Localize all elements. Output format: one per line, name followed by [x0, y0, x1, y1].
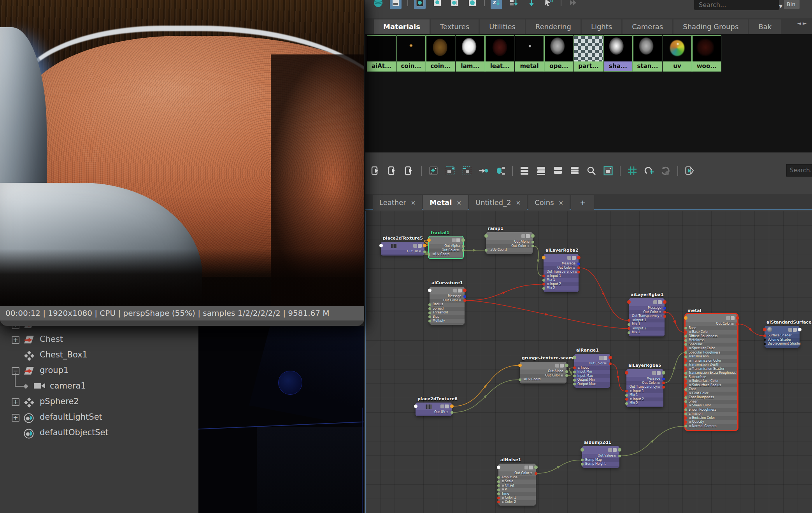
display-medium-icon[interactable] — [431, 0, 443, 9]
node-port-base[interactable]: Base — [686, 326, 737, 331]
grid-icon[interactable] — [626, 165, 638, 177]
node-port-transmission-color[interactable]: ⊞Transmission Color — [686, 359, 737, 363]
io-right-icon[interactable] — [403, 165, 415, 177]
node-port-message[interactable]: Message — [626, 377, 663, 381]
node-port-mix-2[interactable]: Mix 2 — [544, 286, 579, 291]
node-port-input[interactable]: ⊞Input — [574, 366, 610, 370]
arrow-dot-icon[interactable] — [478, 165, 489, 177]
material-orb-icon[interactable] — [372, 0, 384, 9]
node-port-specular-color[interactable]: ⊞Specular Color — [686, 347, 737, 351]
node-port-out-transparency[interactable]: Out Transparency⊞ — [626, 385, 663, 389]
node-port-specular-roughness[interactable]: Specular Roughness — [686, 351, 737, 355]
scroll-left-icon[interactable]: ◄ — [797, 20, 801, 26]
expand-icon[interactable]: + — [12, 414, 19, 422]
add-graph-tab-button[interactable]: + — [571, 195, 594, 210]
material-swatch[interactable]: coin... — [396, 35, 426, 72]
outliner-item-defaultobjectset[interactable]: defaultObjectSet — [0, 425, 198, 441]
material-swatch[interactable]: aiAt... — [367, 35, 396, 72]
node-port-input-min[interactable]: Input Min — [574, 370, 610, 374]
node-port-out-color[interactable]: Out Color⊞ — [574, 362, 610, 366]
node-port-uv-coord[interactable]: ⊞Uv Coord — [520, 378, 566, 382]
graph-tab-coins[interactable]: Coins✕ — [528, 195, 570, 210]
node-port-bias[interactable]: Bias — [430, 315, 465, 319]
node-port-out-alpha[interactable]: Out Alpha — [520, 369, 566, 374]
material-swatch[interactable]: lam... — [456, 35, 485, 72]
material-swatch[interactable]: sha... — [603, 35, 633, 72]
node-port-base-color[interactable]: ⊞Base Color — [686, 330, 737, 334]
frame-icon[interactable] — [602, 165, 614, 177]
node-port-input-2[interactable]: ⊞Input 2 — [629, 327, 665, 331]
material-swatch[interactable]: coin... — [426, 35, 455, 72]
node-port-message[interactable]: Message — [629, 306, 665, 310]
node-port-offset[interactable]: ⊞Offset — [498, 484, 536, 488]
node-port-out-color[interactable]: Out Color⊞ — [629, 310, 665, 315]
close-tab-icon[interactable]: ✕ — [516, 200, 521, 207]
browser-tab-shading-groups[interactable]: Shading Groups — [673, 19, 748, 34]
outliner-item-chest[interactable]: +Chest — [0, 332, 198, 348]
editor-search-input[interactable] — [789, 166, 812, 174]
browser-tab-cameras[interactable]: Cameras — [623, 19, 672, 34]
node-port-normal-camera[interactable]: ⊞Normal Camera — [686, 424, 737, 429]
graph-node-fractal1[interactable]: fractal1Out AlphaOut Color⊞⊞Uv Coord — [429, 236, 463, 258]
node-port-spread[interactable]: Spread — [430, 307, 465, 311]
node-port-transmission-depth[interactable]: Transmission Depth — [686, 363, 737, 367]
node-port-p[interactable]: ⊞P — [498, 488, 536, 492]
node-port-emission-color[interactable]: ⊞Emission Color — [686, 416, 737, 420]
node-port-bump-map[interactable]: Bump Map — [582, 458, 619, 462]
layout-a-icon[interactable] — [519, 165, 530, 177]
graph-node-ramp1[interactable]: ramp1Out AlphaOut Color⊞⊞Uv Coord — [486, 232, 533, 254]
add-sparkle-icon[interactable] — [428, 165, 439, 177]
node-port-transmission-extra-roughness[interactable]: Transmission Extra Roughness — [686, 371, 737, 375]
node-port-mix-2[interactable]: Mix 2 — [629, 331, 665, 335]
zoom-icon[interactable] — [586, 165, 597, 177]
node-port-sheen-roughness[interactable]: Sheen Roughness — [686, 408, 737, 412]
node-port-bump-height[interactable]: Bump Height — [582, 462, 619, 466]
node-port-mix-1[interactable]: Mix 1 — [629, 322, 665, 327]
material-swatch[interactable]: uv — [663, 35, 692, 72]
node-port-color-1[interactable]: ⊞Color 1 — [498, 496, 536, 500]
pick-filter-icon[interactable]: R — [543, 0, 555, 9]
node-port-coat-roughness[interactable]: Coat Roughness — [686, 396, 737, 400]
lasso-add-icon[interactable] — [643, 165, 655, 177]
node-port-out-color[interactable]: Out Color⊞ — [486, 244, 533, 249]
node-port-sheen[interactable]: Sheen — [686, 400, 737, 404]
graph-node-aiBump2d1[interactable]: aiBump2d1Out Value⊞Bump MapBump Height — [582, 446, 619, 468]
node-port-message[interactable]: Message — [544, 262, 579, 266]
add-downstream-icon[interactable] — [461, 165, 473, 177]
node-port-amplitude[interactable]: Amplitude — [498, 476, 536, 480]
node-port-displacement-shader[interactable]: Displacement Shader — [765, 342, 800, 346]
io-both-icon[interactable] — [387, 165, 398, 177]
add-upstream-icon[interactable] — [444, 165, 456, 177]
node-port-out-alpha[interactable]: Out Alpha — [429, 244, 463, 249]
node-port-output-min[interactable]: Output Min — [574, 378, 610, 382]
material-swatch[interactable]: metal — [515, 35, 544, 72]
graph-node-place2dTexture6[interactable]: place2dTexture6Out UV⊞ — [416, 403, 452, 416]
node-port-coat[interactable]: Coat — [686, 387, 737, 392]
node-port-out-alpha[interactable]: Out Alpha — [486, 240, 533, 244]
graph-tab-metal[interactable]: Metal✕ — [423, 195, 468, 210]
swatch-display-icon[interactable] — [390, 0, 402, 9]
browser-tab-utilities[interactable]: Utilities — [480, 19, 525, 34]
material-swatch[interactable]: stan... — [633, 35, 662, 72]
material-swatch[interactable]: leat... — [485, 35, 514, 72]
node-port-out-transparency[interactable]: Out Transparency⊞ — [544, 270, 579, 274]
close-tab-icon[interactable]: ✕ — [559, 200, 564, 207]
display-list-icon[interactable] — [449, 0, 461, 9]
node-port-out-uv[interactable]: Out UV⊞ — [381, 250, 424, 254]
node-port-message[interactable]: Message — [430, 294, 465, 299]
browser-tab-rendering[interactable]: Rendering — [526, 19, 581, 34]
render-view-window[interactable]: 00:00:12 | 1920x1080 | CPU | perspShape … — [0, 0, 364, 326]
node-port-out-color[interactable]: Out Color⊞ — [498, 471, 536, 476]
outliner-item-defaultlightset[interactable]: +defaultLightSet — [0, 410, 198, 425]
node-port-out-color[interactable]: Out Color⊞ — [686, 322, 737, 326]
graph-tab-leather[interactable]: Leather✕ — [373, 195, 422, 210]
browser-tab-materials[interactable]: Materials — [374, 19, 430, 34]
node-port-subsurface-radius[interactable]: ⊞Subsurface Radius — [686, 383, 737, 388]
node-port-uv-coord[interactable]: ⊞Uv Coord — [486, 248, 533, 252]
node-port-threshold[interactable]: Threshold — [430, 311, 465, 315]
graph-node-aiLayerRgba2[interactable]: aiLayerRgba2MessageOut Color⊞Out Transpa… — [544, 254, 579, 292]
node-port-out-uv[interactable]: Out UV⊞ — [416, 410, 452, 415]
node-port-out-color[interactable]: Out Color⊞ — [626, 381, 663, 385]
scroll-right-icon[interactable]: ► — [803, 20, 807, 26]
node-port-out-color[interactable]: Out Color⊞ — [429, 249, 463, 253]
